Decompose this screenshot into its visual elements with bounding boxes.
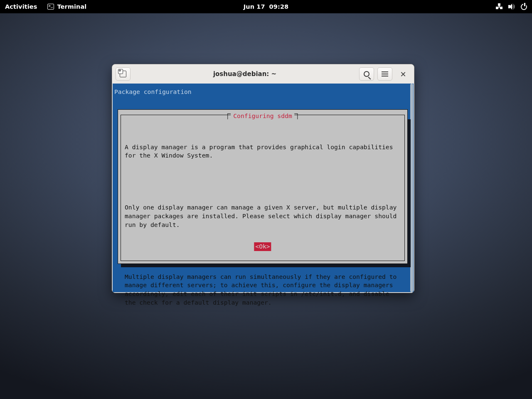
- dialog-body-text: A display manager is a program that prov…: [125, 126, 401, 324]
- package-configuration-header: Package configuration: [114, 88, 192, 96]
- hamburger-icon: [382, 71, 388, 76]
- power-icon: [521, 4, 527, 10]
- dialog-title: Configuring sddm: [231, 112, 294, 121]
- active-app-button[interactable]: Terminal: [47, 3, 87, 10]
- dialog-ok-button[interactable]: <Ok>: [254, 242, 271, 251]
- network-icon: [496, 3, 502, 10]
- dialog-paragraph-2: Only one display manager can manage a gi…: [125, 203, 401, 229]
- search-button[interactable]: [359, 67, 374, 81]
- new-tab-icon: [120, 71, 126, 77]
- dialog-title-bar: Configuring sddm: [227, 112, 298, 121]
- window-titlebar[interactable]: joshua@debian: ~ ✕: [112, 64, 414, 84]
- volume-icon: [508, 3, 515, 10]
- system-tray[interactable]: [496, 3, 527, 10]
- new-tab-button[interactable]: [116, 67, 131, 81]
- clock-date: Jun 17: [244, 3, 265, 10]
- window-title: joshua@debian: ~: [134, 70, 356, 78]
- dialog-paragraph-1: A display manager is a program that prov…: [125, 143, 401, 160]
- menu-button[interactable]: [377, 67, 392, 81]
- dialog-paragraph-3: Multiple display managers can run simult…: [125, 273, 401, 307]
- top-panel: Activities Terminal Jun 17 09:28: [0, 0, 532, 13]
- close-icon: ✕: [400, 70, 406, 79]
- clock-button[interactable]: Jun 17 09:28: [244, 3, 289, 10]
- search-icon: [364, 71, 369, 77]
- activities-button[interactable]: Activities: [5, 3, 37, 10]
- debconf-dialog: Configuring sddm A display manager is a …: [118, 109, 408, 264]
- active-app-label: Terminal: [57, 3, 87, 10]
- scrollbar-thumb[interactable]: [410, 84, 413, 292]
- clock-time: 09:28: [269, 3, 289, 10]
- close-button[interactable]: ✕: [396, 67, 411, 81]
- terminal-icon: [47, 4, 54, 10]
- terminal-content[interactable]: Package configuration Configuring sddm A…: [113, 84, 414, 292]
- terminal-window: joshua@debian: ~ ✕ Package configuration…: [112, 64, 414, 293]
